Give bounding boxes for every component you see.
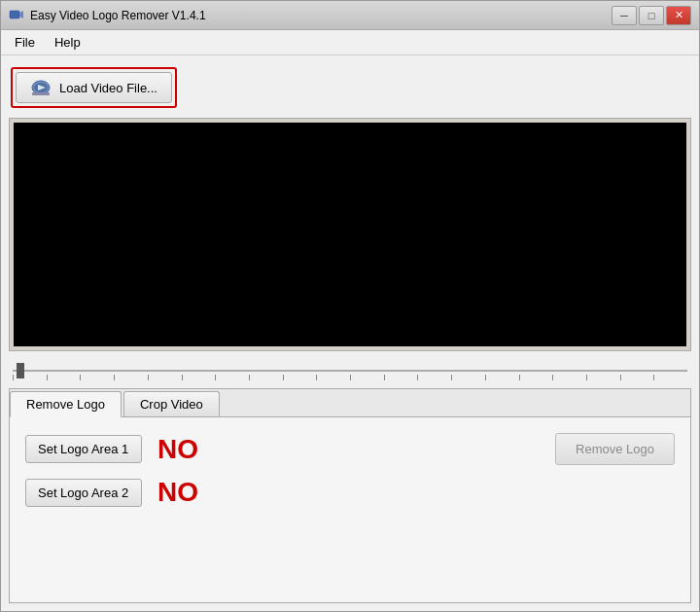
remove-logo-button[interactable]: Remove Logo [555, 433, 675, 465]
minimize-button[interactable]: ─ [612, 6, 637, 25]
tab-crop-video[interactable]: Crop Video [123, 391, 220, 416]
app-icon [9, 8, 24, 23]
tab-header: Remove Logo Crop Video [10, 389, 690, 417]
logo-area-2-status: NO [158, 477, 198, 508]
load-button-highlight: Load Video File... [11, 67, 177, 108]
tabs-panel: Remove Logo Crop Video Set Logo Area 1 N… [9, 388, 691, 603]
video-area-wrapper [9, 118, 691, 351]
svg-marker-1 [19, 11, 23, 18]
svg-rect-0 [10, 11, 19, 18]
load-video-button[interactable]: Load Video File... [16, 72, 172, 103]
set-logo-area-1-button[interactable]: Set Logo Area 1 [25, 435, 142, 463]
restore-button[interactable]: □ [639, 6, 664, 25]
scrubber-handle[interactable] [17, 363, 24, 378]
window-controls: ─ □ ✕ [612, 6, 691, 25]
title-bar: Easy Video Logo Remover V1.4.1 ─ □ ✕ [1, 1, 699, 30]
menu-bar: File Help [1, 30, 699, 55]
logo-area-1-status: NO [158, 434, 198, 465]
scrubber-track[interactable] [13, 361, 687, 380]
set-logo-area-2-button[interactable]: Set Logo Area 2 [25, 479, 142, 507]
menu-help[interactable]: Help [45, 32, 90, 53]
scrubber-ticks [13, 361, 687, 380]
window-title: Easy Video Logo Remover V1.4.1 [30, 9, 612, 22]
tab-remove-logo[interactable]: Remove Logo [10, 391, 122, 417]
toolbar: Load Video File... [9, 63, 691, 112]
logo-area-1-row: Set Logo Area 1 NO Remove Logo [25, 433, 675, 465]
load-button-label: Load Video File... [59, 81, 158, 95]
load-video-icon [30, 79, 52, 96]
tab-content-remove-logo: Set Logo Area 1 NO Remove Logo Set Logo … [10, 417, 690, 602]
video-preview [14, 123, 686, 346]
app-window: Easy Video Logo Remover V1.4.1 ─ □ ✕ Fil… [0, 0, 700, 612]
close-button[interactable]: ✕ [666, 6, 691, 25]
svg-rect-5 [32, 92, 50, 95]
main-content: Load Video File... [1, 55, 699, 611]
logo-area-2-row: Set Logo Area 2 NO [25, 477, 675, 508]
scrubber-area [9, 357, 691, 382]
menu-file[interactable]: File [5, 32, 45, 53]
